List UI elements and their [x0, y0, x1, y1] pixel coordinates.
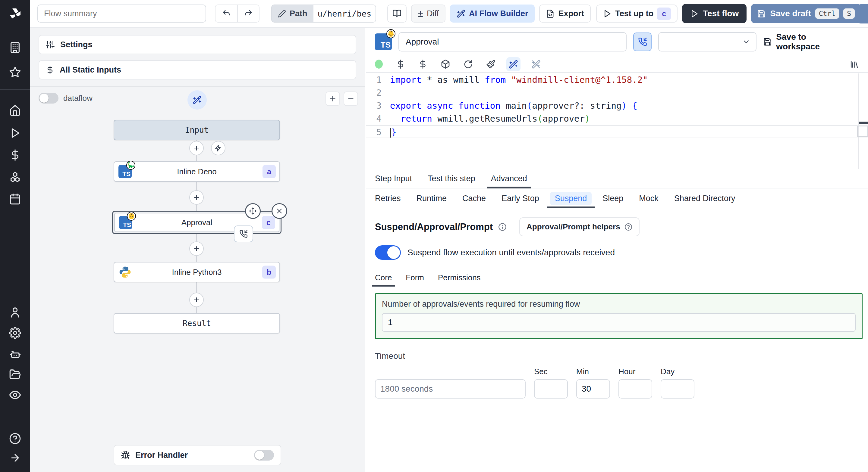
delete-step-button[interactable] — [272, 203, 287, 219]
save-to-workspace-button[interactable]: Save to workspace — [763, 32, 850, 52]
flow-summary-input[interactable] — [37, 4, 206, 23]
trigger-zap-button[interactable] — [211, 141, 225, 155]
code-editor[interactable]: 1import * as wmill from "windmill-client… — [366, 73, 868, 169]
eye-icon[interactable] — [9, 389, 22, 401]
ai-assistant-button[interactable] — [506, 57, 521, 71]
refresh-icon[interactable] — [464, 60, 473, 69]
step-node-inline-python3[interactable]: Inline Python3 b — [114, 262, 280, 282]
result-node[interactable]: Result — [114, 313, 280, 334]
save-to-workspace-label: Save to workspace — [776, 32, 850, 52]
building-icon[interactable] — [9, 41, 21, 54]
code-line[interactable]: 2 — [366, 87, 868, 99]
expand-arrow-icon[interactable] — [9, 452, 21, 464]
add-step-button[interactable] — [189, 141, 204, 155]
tab-runtime[interactable]: Runtime — [416, 189, 447, 208]
timeout-hour-input[interactable] — [618, 379, 652, 399]
ai-flow-builder-label: AI Flow Builder — [469, 9, 528, 19]
ai-wand-button[interactable] — [187, 90, 207, 109]
code-minimap[interactable] — [858, 73, 868, 169]
tab-suspend[interactable]: Suspend — [555, 189, 587, 208]
phone-incoming-icon — [638, 37, 647, 46]
approvals-required-input[interactable] — [382, 313, 856, 332]
tab-mock[interactable]: Mock — [639, 189, 658, 208]
test-up-to-button[interactable]: Test up to c — [596, 4, 678, 23]
code-line[interactable]: 4 return wmill.getResumeUrls(approver) — [366, 112, 868, 125]
variables-dollar-icon[interactable] — [396, 60, 405, 69]
app-sidebar — [0, 0, 30, 472]
code-lines: 1import * as wmill from "windmill-client… — [366, 73, 868, 138]
sidebar-divider — [0, 89, 30, 90]
windmill-logo-icon[interactable] — [8, 7, 22, 21]
info-icon[interactable] — [498, 223, 507, 231]
folder-open-icon[interactable] — [9, 368, 21, 380]
paintbrush-format-icon[interactable] — [486, 60, 495, 69]
tab-early-stop[interactable]: Early Stop — [501, 189, 539, 208]
resources-dollar-icon[interactable] — [418, 60, 427, 69]
robot-icon[interactable] — [9, 348, 21, 360]
suspend-toggle[interactable] — [375, 245, 401, 260]
error-handler-row[interactable]: Error Handler — [114, 445, 281, 465]
resources-cubes-icon[interactable] — [9, 171, 21, 183]
path-value: u/henri/bes — [313, 5, 376, 22]
add-step-button[interactable] — [189, 190, 204, 205]
move-icon — [249, 207, 257, 215]
schedules-calendar-icon[interactable] — [9, 193, 21, 205]
suspend-phone-button[interactable] — [633, 33, 652, 51]
dollar-icon — [46, 66, 54, 74]
plus-icon — [193, 245, 200, 252]
tab-permissions[interactable]: Permissions — [438, 273, 481, 286]
tab-retries[interactable]: Retries — [375, 189, 401, 208]
settings-button[interactable]: Settings — [38, 35, 356, 54]
deploy-button-cut[interactable] — [857, 4, 868, 24]
diff-button[interactable]: ± Diff — [411, 4, 445, 23]
variables-dollar-icon[interactable] — [9, 149, 21, 161]
tab-test-this-step[interactable]: Test this step — [428, 169, 475, 188]
zoom-out-button[interactable] — [344, 92, 358, 106]
ai-flow-builder-button[interactable]: AI Flow Builder — [450, 4, 535, 23]
error-handler-toggle[interactable] — [254, 450, 274, 461]
undo-button[interactable] — [216, 5, 237, 22]
code-line[interactable]: 1import * as wmill from "windmill-client… — [366, 73, 868, 87]
export-button[interactable]: Export — [539, 4, 591, 23]
star-icon[interactable] — [9, 66, 21, 78]
tab-sleep[interactable]: Sleep — [602, 189, 623, 208]
move-step-button[interactable] — [245, 203, 261, 219]
tab-core[interactable]: Core — [375, 273, 392, 286]
runs-play-icon[interactable] — [9, 127, 21, 139]
gear-icon[interactable] — [9, 327, 21, 339]
user-icon[interactable] — [9, 306, 21, 318]
tab-cache[interactable]: Cache — [462, 189, 486, 208]
step-node-inline-deno[interactable]: TS🦕 Inline Deno a — [114, 161, 280, 182]
timeout-seconds-input[interactable] — [375, 379, 526, 399]
timeout-day-input[interactable] — [661, 379, 694, 399]
path-control[interactable]: Path u/henri/bes — [271, 4, 376, 23]
tab-step-input[interactable]: Step Input — [375, 169, 412, 188]
code-line[interactable]: 5} — [366, 125, 868, 138]
library-icon[interactable] — [849, 60, 859, 69]
save-draft-button[interactable]: Save draft Ctrl S — [751, 4, 861, 23]
timeout-sec-input[interactable] — [534, 379, 568, 399]
add-step-button[interactable] — [189, 293, 204, 307]
redo-button[interactable] — [237, 5, 259, 22]
zoom-in-button[interactable] — [326, 92, 340, 106]
step-name-input[interactable] — [398, 32, 627, 52]
docs-button[interactable] — [387, 4, 407, 23]
test-flow-button[interactable]: Test flow — [682, 4, 747, 23]
timeout-min-input[interactable] — [576, 379, 610, 399]
all-static-inputs-button[interactable]: All Static Inputs — [38, 60, 356, 79]
package-icon[interactable] — [441, 59, 450, 69]
tab-advanced[interactable]: Advanced — [491, 169, 527, 188]
dataflow-toggle[interactable] — [38, 93, 59, 104]
code-line[interactable]: 3export async function main(approver?: s… — [366, 99, 868, 112]
approval-prompt-helpers-button[interactable]: Approval/Prompt helpers — [519, 217, 640, 236]
tab-form[interactable]: Form — [406, 273, 424, 286]
wand-off-icon[interactable] — [531, 60, 541, 69]
input-node[interactable]: Input — [114, 120, 280, 140]
suspend-phone-badge[interactable] — [234, 226, 253, 242]
add-step-button[interactable] — [189, 241, 204, 256]
tab-shared-directory[interactable]: Shared Directory — [674, 189, 735, 208]
help-circle-icon[interactable] — [9, 433, 21, 445]
step-node-approval-selected[interactable]: TS👶 Approval c — [112, 211, 281, 234]
script-version-select[interactable] — [658, 32, 756, 52]
home-icon[interactable] — [9, 105, 21, 117]
